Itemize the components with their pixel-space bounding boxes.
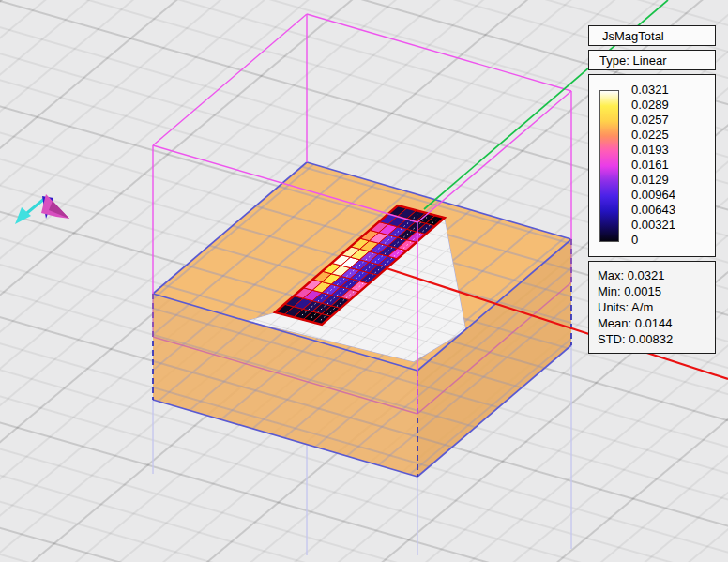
3d-modeler-viewport[interactable]: JsMagTotal Type: Linear 0.0321 0.0289 0.… (0, 0, 728, 562)
legend-statistics: Max: 0.0321 Min: 0.0015 Units: A/m Mean:… (588, 261, 716, 354)
legend-color-scale[interactable]: 0.0321 0.0289 0.0257 0.0225 0.0193 0.016… (588, 74, 716, 257)
field-plot-legend[interactable]: JsMagTotal Type: Linear 0.0321 0.0289 0.… (588, 25, 716, 357)
stat-mean: Mean: 0.0144 (598, 315, 711, 331)
stat-std: STD: 0.00832 (598, 331, 711, 347)
stat-min: Min: 0.0015 (598, 283, 711, 299)
stat-max: Max: 0.0321 (598, 267, 711, 283)
colorbar-tick-values: 0.0321 0.0289 0.0257 0.0225 0.0193 0.016… (631, 83, 675, 248)
legend-quantity-title[interactable]: JsMagTotal (588, 25, 716, 46)
stat-units: Units: A/m (598, 299, 711, 315)
colorbar (599, 90, 619, 242)
legend-scale-type[interactable]: Type: Linear (588, 50, 716, 70)
